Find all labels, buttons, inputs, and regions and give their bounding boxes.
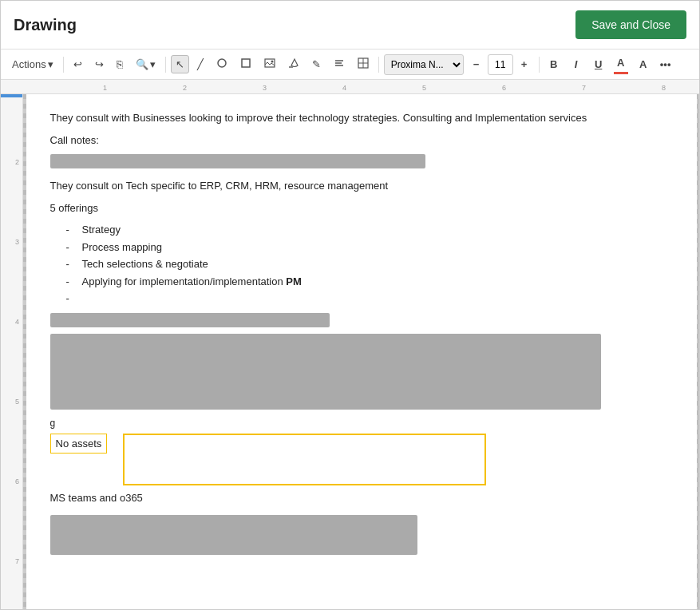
save-close-button[interactable]: Save and Close bbox=[575, 10, 686, 39]
table-tool-button[interactable] bbox=[353, 54, 374, 74]
drawing-window: Drawing Save and Close Actions ▾ ↩ ↪ ⎘ 🔍… bbox=[0, 0, 700, 610]
actions-arrow-icon: ▾ bbox=[48, 58, 53, 70]
toolbar-divider-2 bbox=[165, 57, 166, 73]
horizontal-ruler: 1 2 3 4 5 6 7 8 bbox=[1, 80, 699, 94]
zoom-icon: 🔍 bbox=[136, 58, 148, 70]
toolbar-divider-1 bbox=[63, 57, 64, 73]
font-size-control: − + bbox=[467, 54, 534, 75]
title-bar: Drawing Save and Close bbox=[1, 1, 699, 50]
v-ruler-mark-5: 5 bbox=[15, 398, 19, 406]
font-size-increase-button[interactable]: + bbox=[515, 54, 534, 75]
offering-dash-5: - bbox=[66, 291, 74, 307]
underline-button[interactable]: U bbox=[589, 54, 608, 75]
text-color-button[interactable]: A bbox=[611, 54, 631, 75]
main-area: 2 3 4 5 6 7 They consult with Businesses… bbox=[1, 94, 699, 609]
offering-item-4: - Applying for implementation/implementa… bbox=[66, 274, 673, 290]
ruler-mark-7: 7 bbox=[582, 84, 586, 92]
offering-dash-2: - bbox=[66, 240, 74, 255]
offering-item-2: - Process mapping bbox=[66, 240, 673, 255]
rect-icon bbox=[240, 57, 251, 71]
ruler-mark-1: 1 bbox=[103, 84, 107, 92]
font-family-selector[interactable]: Proxima N... bbox=[384, 54, 464, 75]
call-notes-label: Call notes: bbox=[50, 133, 673, 149]
bold-button[interactable]: B bbox=[544, 54, 564, 75]
yellow-bordered-box bbox=[123, 434, 486, 485]
pen-tool-button[interactable]: ✎ bbox=[307, 55, 326, 73]
v-ruler-mark-3: 3 bbox=[15, 238, 19, 246]
offering-dash-4: - bbox=[66, 274, 74, 290]
shape-tool-button[interactable] bbox=[212, 54, 232, 74]
section-label: g bbox=[50, 416, 673, 430]
pen-icon: ✎ bbox=[312, 58, 321, 70]
offering-dash-3: - bbox=[66, 256, 74, 272]
canvas-content: They consult with Businesses looking to … bbox=[26, 94, 697, 577]
copy-button[interactable]: ⎘ bbox=[112, 55, 128, 73]
table-icon bbox=[358, 57, 369, 71]
offering-label-1: Strategy bbox=[82, 222, 121, 238]
undo-icon: ↩ bbox=[73, 58, 82, 70]
offering-item-1: - Strategy bbox=[66, 222, 673, 238]
svg-point-0 bbox=[218, 59, 226, 67]
redo-button[interactable]: ↪ bbox=[90, 55, 109, 73]
v-ruler-mark-4: 4 bbox=[15, 318, 19, 326]
image-tool-button[interactable] bbox=[259, 54, 280, 74]
window-title: Drawing bbox=[14, 16, 77, 34]
line-icon: ╱ bbox=[197, 58, 204, 70]
toolbar-divider-4 bbox=[539, 57, 540, 73]
fill-tool-button[interactable] bbox=[283, 54, 304, 74]
rect-tool-button[interactable] bbox=[235, 54, 256, 74]
vertical-ruler: 2 3 4 5 6 7 bbox=[1, 94, 23, 609]
ruler-mark-3: 3 bbox=[263, 84, 267, 92]
offering-label-3: Tech selections & negotiate bbox=[82, 256, 208, 272]
copy-icon: ⎘ bbox=[117, 58, 123, 70]
svg-point-3 bbox=[271, 61, 273, 63]
zoom-arrow: ▾ bbox=[150, 58, 156, 70]
ruler-mark-2: 2 bbox=[183, 84, 187, 92]
line-tool-button[interactable]: ╱ bbox=[192, 55, 208, 73]
ruler-mark-4: 4 bbox=[342, 84, 346, 92]
redacted-bar-1 bbox=[50, 154, 425, 168]
shape-icon bbox=[216, 57, 227, 71]
svg-rect-1 bbox=[242, 59, 250, 67]
ruler-mark-5: 5 bbox=[422, 84, 426, 92]
no-assets-row: No assets bbox=[50, 434, 673, 485]
zoom-button[interactable]: 🔍 ▾ bbox=[131, 55, 160, 73]
select-tool-button[interactable]: ↖ bbox=[171, 55, 189, 73]
fill-icon bbox=[288, 57, 299, 71]
offering-label-2: Process mapping bbox=[82, 240, 162, 255]
undo-button[interactable]: ↩ bbox=[69, 55, 87, 73]
italic-button[interactable]: I bbox=[567, 54, 586, 75]
redacted-bar-4 bbox=[50, 515, 417, 555]
offering-item-5: - bbox=[66, 291, 673, 307]
offerings-title: 5 offerings bbox=[50, 200, 673, 216]
highlight-button[interactable]: A bbox=[634, 54, 653, 75]
no-assets-badge: No assets bbox=[50, 434, 108, 454]
toolbar-divider-3 bbox=[378, 57, 379, 73]
select-icon: ↖ bbox=[176, 58, 184, 70]
offering-item-3: - Tech selections & negotiate bbox=[66, 256, 673, 272]
actions-label: Actions bbox=[12, 58, 46, 70]
more-options-button[interactable]: ••• bbox=[656, 54, 675, 75]
paragraph-1: They consult with Businesses looking to … bbox=[50, 110, 673, 126]
offerings-section: 5 offerings - Strategy - Process mapping… bbox=[50, 200, 673, 307]
redacted-bar-2 bbox=[50, 313, 330, 327]
ms-teams-label: MS teams and o365 bbox=[50, 490, 673, 506]
font-size-decrease-button[interactable]: − bbox=[467, 54, 486, 75]
v-ruler-mark-2: 2 bbox=[15, 158, 19, 166]
redacted-bar-3 bbox=[50, 334, 601, 410]
ruler-mark-6: 6 bbox=[502, 84, 506, 92]
align-tool-button[interactable] bbox=[329, 54, 350, 74]
offering-dash: - bbox=[66, 222, 74, 238]
ruler-highlight bbox=[1, 94, 22, 97]
canvas-area[interactable]: They consult with Businesses looking to … bbox=[23, 94, 699, 609]
align-icon bbox=[334, 57, 345, 71]
offering-label-4: Applying for implementation/implementati… bbox=[82, 274, 302, 290]
paragraph-2: They consult on Tech specific to ERP, CR… bbox=[50, 178, 673, 194]
ruler-marks: 1 2 3 4 5 6 7 8 bbox=[23, 80, 699, 93]
actions-menu-button[interactable]: Actions ▾ bbox=[7, 55, 58, 73]
redo-icon: ↪ bbox=[95, 58, 104, 70]
v-ruler-mark-6: 6 bbox=[15, 477, 19, 485]
drawing-canvas: They consult with Businesses looking to … bbox=[26, 94, 697, 609]
v-ruler-mark-7: 7 bbox=[15, 557, 19, 565]
font-size-input[interactable] bbox=[488, 54, 513, 75]
